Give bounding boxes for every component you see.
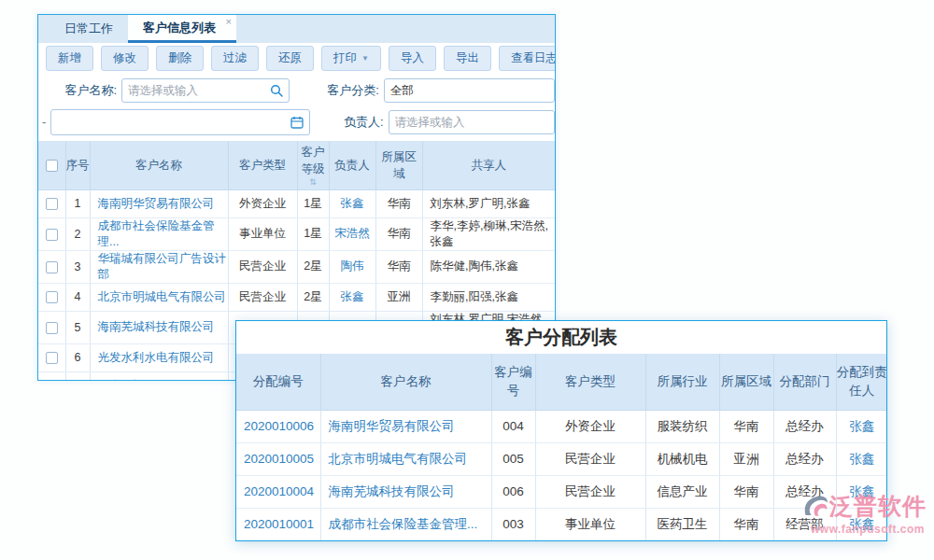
customer-name-field[interactable]: [128, 84, 270, 97]
row-checkbox[interactable]: [46, 352, 58, 364]
delete-button[interactable]: 删除: [156, 46, 204, 71]
select-all-checkbox[interactable]: [46, 160, 58, 172]
industry: 医药卫生: [658, 517, 708, 531]
owner-link[interactable]: 宋浩然: [334, 227, 370, 240]
table-row[interactable]: 1海南明华贸易有限公司外资企业1星张鑫华南刘东林,罗广明,张鑫: [38, 189, 555, 217]
table-row[interactable]: 4北京市明城电气有限公司民营企业2星张鑫亚洲李勤丽,阳强,张鑫: [38, 283, 555, 311]
owner-field[interactable]: [395, 116, 548, 129]
customer-type: 民营企业: [565, 452, 616, 466]
toolbar: 新增 修改 删除 过滤 还原 打印▼ 导入 导出 查看日志: [38, 43, 555, 73]
row-checkbox[interactable]: [46, 291, 58, 303]
filter-row-2: - 负责人:: [38, 105, 555, 138]
allocation-table-header-row: 分配编号 客户名称 客户编号 客户类型 所属行业 所属区域 分配部门 分配到责任…: [236, 354, 887, 410]
customer-name-link[interactable]: 海南明华贸易有限公司: [329, 419, 455, 433]
table-row[interactable]: 2020010001成都市社会保险基金管理...003事业单位医药卫生华南经营部…: [236, 508, 887, 540]
import-button[interactable]: 导入: [389, 46, 436, 71]
watermark-url: www.fanpusoft.com: [801, 523, 934, 536]
owner-link[interactable]: 陶伟: [341, 259, 364, 273]
col-header-owner: 负责人: [334, 159, 370, 172]
add-button[interactable]: 新增: [46, 46, 93, 71]
customer-name-input[interactable]: [121, 78, 290, 103]
allocation-table-body: 2020010006海南明华贸易有限公司004外资企业服装纺织华南总经办张鑫20…: [236, 410, 887, 540]
customer-name-link[interactable]: 光发水利水电有限公司: [98, 351, 215, 364]
row-checkbox[interactable]: [46, 322, 58, 334]
watermark: 泛普软件 www.fanpusoft.com: [801, 491, 934, 536]
customer-name-link[interactable]: 海南芜城科技有限公司: [329, 484, 455, 498]
export-button[interactable]: 导出: [444, 46, 491, 71]
date-input[interactable]: [50, 109, 309, 135]
allocation-no-link[interactable]: 2020010004: [244, 484, 314, 498]
table-row[interactable]: 2020010004海南芜城科技有限公司006民营企业信息产业华南总经办张鑫: [236, 475, 887, 508]
customer-name-link[interactable]: 云南海祥信息有限公司: [98, 379, 215, 382]
date-field[interactable]: [57, 116, 290, 129]
allocation-panel: 客户分配列表 分配编号 客户名称 客户编号 客户类型 所属行业 所属区域 分配部…: [235, 320, 887, 541]
customer-name-link[interactable]: 华瑞城有限公司广告设计部: [98, 252, 227, 281]
row-checkbox[interactable]: [46, 229, 58, 241]
row-checkbox[interactable]: [46, 261, 58, 273]
row-index: 6: [75, 351, 81, 364]
owner-link[interactable]: 张鑫: [341, 197, 364, 210]
customer-name-link[interactable]: 成都市社会保险基金管理...: [98, 219, 215, 248]
row-checkbox[interactable]: [46, 198, 58, 210]
allocation-no-link[interactable]: 2020010006: [244, 419, 314, 433]
table-row[interactable]: 3华瑞城有限公司广告设计部民营企业2星陶伟华南陈华健,陶伟,张鑫: [38, 250, 555, 283]
shared-people: 李华,李婷,柳琳,宋浩然,张鑫: [431, 219, 548, 248]
filter-button[interactable]: 过滤: [211, 46, 259, 71]
tab-customer-info-list[interactable]: 客户信息列表 ×: [128, 15, 236, 43]
sort-icon[interactable]: ⇅: [298, 178, 329, 187]
region: 华南: [734, 484, 759, 498]
customer-name-link[interactable]: 海南明华贸易有限公司: [98, 197, 215, 210]
customer-name-link[interactable]: 北京市明城电气有限公司: [98, 290, 227, 303]
restore-button[interactable]: 还原: [266, 46, 314, 71]
owner-link[interactable]: 张鑫: [341, 290, 364, 303]
fanpu-logo-icon: [801, 493, 829, 521]
customer-category-value[interactable]: [390, 84, 548, 97]
customer-category-select[interactable]: [384, 78, 555, 103]
tab-daily-work[interactable]: 日常工作: [50, 15, 128, 43]
edit-button[interactable]: 修改: [101, 46, 149, 71]
print-button[interactable]: 打印▼: [321, 46, 381, 71]
col-header-customer-name: 客户名称: [381, 374, 432, 388]
row-index: 1: [75, 197, 81, 210]
region: 华南: [388, 227, 411, 240]
customer-name-link[interactable]: 海南芜城科技有限公司: [98, 320, 215, 333]
customer-name-label: 客户名称:: [61, 82, 117, 99]
close-icon[interactable]: ×: [226, 17, 232, 27]
col-header-customer-type: 客户类型: [239, 159, 286, 172]
table-row[interactable]: 2020010005北京市明城电气有限公司005民营企业机械机电亚洲总经办张鑫: [236, 442, 887, 475]
industry: 服装纺织: [658, 419, 708, 433]
col-header-customer-level[interactable]: 客户等级 ⇅: [297, 141, 329, 189]
table-row[interactable]: 2020010006海南明华贸易有限公司004外资企业服装纺织华南总经办张鑫: [236, 410, 887, 442]
calendar-icon[interactable]: [290, 116, 304, 129]
owner-input[interactable]: [389, 110, 555, 134]
customer-level: 1星: [304, 197, 321, 210]
row-checkbox[interactable]: [46, 380, 58, 381]
col-header-shared: 共享人: [472, 159, 507, 172]
customer-type: 事业单位: [565, 517, 616, 531]
industry: 信息产业: [658, 484, 708, 498]
table-row[interactable]: 2成都市社会保险基金管理...事业单位1星宋浩然华南李华,李婷,柳琳,宋浩然,张…: [38, 217, 555, 250]
customer-name-link[interactable]: 成都市社会保险基金管理...: [329, 517, 478, 531]
customer-type: 民营企业: [239, 290, 286, 303]
assignee-link[interactable]: 张鑫: [849, 452, 874, 466]
region: 亚洲: [734, 452, 759, 466]
customer-level: 2星: [304, 259, 321, 273]
allocation-no-link[interactable]: 2020010005: [244, 452, 314, 466]
col-header-no: 序号: [66, 159, 90, 172]
col-header-region: 所属区域: [721, 374, 771, 388]
tab-bar: 日常工作 客户信息列表 ×: [38, 15, 555, 43]
col-header-allocation-dept: 分配部门: [780, 374, 830, 388]
allocation-dept: 总经办: [785, 452, 824, 466]
industry: 机械机电: [658, 452, 708, 466]
customer-name-link[interactable]: 北京市明城电气有限公司: [329, 452, 468, 466]
assignee-link[interactable]: 张鑫: [849, 419, 874, 433]
allocation-no-link[interactable]: 2020010001: [244, 517, 314, 531]
col-header-industry: 所属行业: [658, 374, 708, 388]
search-icon[interactable]: [270, 84, 283, 97]
region: 华南: [734, 517, 759, 531]
customer-no: 005: [502, 452, 524, 466]
view-log-button[interactable]: 查看日志: [499, 46, 556, 71]
watermark-brand: 泛普软件: [829, 491, 927, 522]
shared-people: 陈华健,陶伟,张鑫: [431, 259, 518, 273]
screen: 日常工作 客户信息列表 × 新增 修改 删除 过滤 还原 打印▼ 导入 导出 查…: [0, 0, 934, 560]
